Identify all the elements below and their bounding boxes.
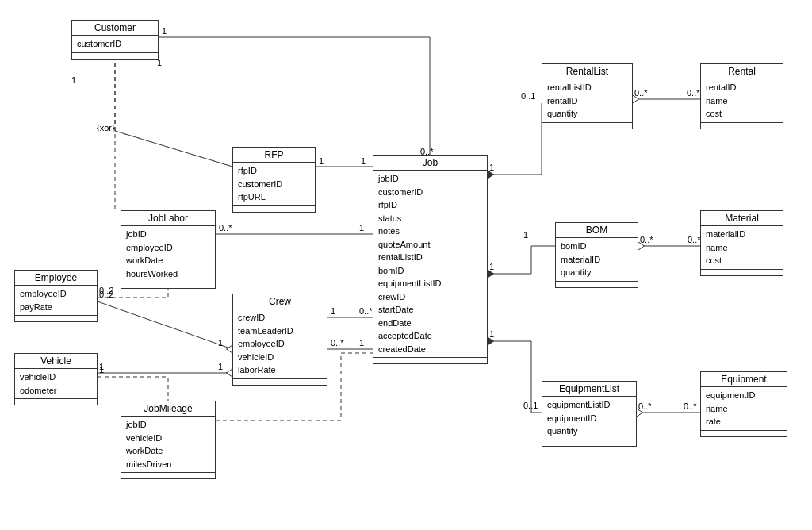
entity-equipmentlist-title: EquipmentList xyxy=(542,382,636,397)
svg-text:1: 1 xyxy=(157,58,162,67)
svg-text:0..*: 0..* xyxy=(688,235,701,244)
svg-text:0..*: 0..* xyxy=(687,88,700,98)
svg-text:0..*: 0..* xyxy=(684,401,697,411)
svg-text:1: 1 xyxy=(523,230,528,240)
svg-text:1: 1 xyxy=(331,306,335,316)
entity-crew: Crew crewID teamLeaderID employeeID vehi… xyxy=(232,294,327,386)
entity-equipment: Equipment equipmentID name rate xyxy=(700,371,787,437)
svg-text:1: 1 xyxy=(319,156,324,166)
entity-bom: BOM bomID materialID quantity xyxy=(555,222,638,288)
entity-customer: Customer customerID xyxy=(71,20,159,60)
svg-text:1: 1 xyxy=(359,223,364,232)
entity-joblabor-title: JobLabor xyxy=(121,211,215,226)
svg-text:1: 1 xyxy=(489,262,494,271)
entity-joblabor: JobLabor jobID employeeID workDate hours… xyxy=(121,210,216,289)
entity-equipmentlist: EquipmentList equipmentListID equipmentI… xyxy=(542,381,637,447)
svg-text:0..*: 0..* xyxy=(331,338,344,348)
svg-text:1: 1 xyxy=(162,26,167,36)
entity-rfp-attrs: rfpID customerID rfpURL xyxy=(233,163,315,205)
svg-text:0..2: 0..2 xyxy=(99,290,113,299)
entity-rentallist: RentalList rentalListID rentalID quantit… xyxy=(542,63,633,129)
svg-text:0..*: 0..* xyxy=(640,235,653,244)
svg-text:{xor}: {xor} xyxy=(97,123,115,132)
entity-employee: Employee employeeID payRate xyxy=(14,270,98,322)
entity-rental: Rental rentalID name cost xyxy=(700,63,783,129)
svg-text:0..1: 0..1 xyxy=(523,401,538,410)
entity-material: Material materialID name cost xyxy=(700,210,783,276)
entity-jobmileage-title: JobMileage xyxy=(121,401,215,417)
svg-text:0..*: 0..* xyxy=(638,401,652,411)
svg-text:0..*: 0..* xyxy=(219,223,232,232)
svg-text:0..1: 0..1 xyxy=(521,91,535,101)
entity-bom-title: BOM xyxy=(556,223,638,238)
svg-text:1: 1 xyxy=(361,156,366,166)
entity-customer-attrs: customerID xyxy=(72,36,158,52)
entity-customer-title: Customer xyxy=(72,21,158,36)
entity-jobmileage-attrs: jobID vehicleID workDate milesDriven xyxy=(121,417,215,472)
entity-employee-title: Employee xyxy=(15,271,97,286)
entity-job: Job jobID customerID rfpID status notes … xyxy=(373,155,488,364)
entity-employee-attrs: employeeID payRate xyxy=(15,286,97,315)
entity-rentallist-title: RentalList xyxy=(542,64,632,79)
entity-joblabor-attrs: jobID employeeID workDate hoursWorked xyxy=(121,226,215,282)
entity-bom-attrs: bomID materialID quantity xyxy=(556,238,638,281)
entity-rfp: RFP rfpID customerID rfpURL xyxy=(232,147,316,213)
svg-text:1: 1 xyxy=(99,365,104,374)
svg-text:1: 1 xyxy=(489,329,494,339)
entity-equipment-title: Equipment xyxy=(701,372,787,387)
svg-text:1: 1 xyxy=(218,362,223,371)
entity-vehicle: Vehicle vehicleID odometer xyxy=(14,353,98,405)
entity-equipmentlist-attrs: equipmentListID equipmentID quantity xyxy=(542,397,636,440)
entity-crew-title: Crew xyxy=(233,294,327,309)
svg-text:0..*: 0..* xyxy=(359,306,373,316)
entity-rfp-title: RFP xyxy=(233,148,315,163)
entity-vehicle-title: Vehicle xyxy=(15,354,97,369)
entity-crew-attrs: crewID teamLeaderID employeeID vehicleID… xyxy=(233,309,327,378)
svg-text:1: 1 xyxy=(218,338,223,348)
entity-rentallist-attrs: rentalListID rentalID quantity xyxy=(542,79,632,122)
entity-material-title: Material xyxy=(701,211,783,226)
entity-job-title: Job xyxy=(373,156,487,171)
svg-text:1: 1 xyxy=(359,338,364,348)
svg-text:1: 1 xyxy=(71,75,76,85)
svg-text:1: 1 xyxy=(99,362,104,371)
entity-equipment-attrs: equipmentID name rate xyxy=(701,387,787,430)
entity-rental-attrs: rentalID name cost xyxy=(701,79,783,122)
svg-text:0..2: 0..2 xyxy=(99,286,113,295)
entity-material-attrs: materialID name cost xyxy=(701,226,783,269)
entity-job-attrs: jobID customerID rfpID status notes quot… xyxy=(373,171,487,357)
entity-rental-title: Rental xyxy=(701,64,783,79)
entity-jobmileage: JobMileage jobID vehicleID workDate mile… xyxy=(121,401,216,479)
svg-text:1: 1 xyxy=(489,163,494,172)
entity-vehicle-attrs: vehicleID odometer xyxy=(15,369,97,398)
svg-text:0..*: 0..* xyxy=(634,88,648,98)
